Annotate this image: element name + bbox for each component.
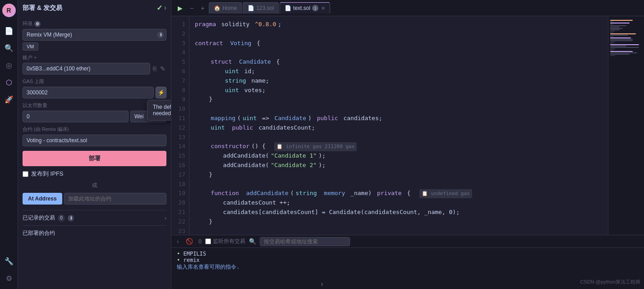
mm-line: [610, 48, 615, 49]
deployed-contracts-section: 已部署的合约: [23, 225, 166, 237]
env-info-icon[interactable]: ⚙: [34, 21, 41, 27]
tab-123sol[interactable]: 📄 123.sol: [243, 2, 279, 14]
at-address-button[interactable]: At Address: [23, 193, 62, 205]
mm-line: [610, 42, 615, 42]
mm-line: [610, 46, 626, 47]
deployed-title: 已部署的合约: [23, 229, 166, 237]
code-line-11: mapping(uint => Candidate) public candid…: [195, 114, 603, 123]
contract-select[interactable]: Voting - contracts/text.sol: [23, 135, 166, 146]
terminal-content: • EMPILIS • remix 输入库名查看可用的指令.: [171, 248, 644, 289]
run-button[interactable]: ▶: [175, 3, 185, 14]
git-nav-btn[interactable]: ◎: [2, 58, 16, 72]
copy-account-icon[interactable]: ⎘: [152, 64, 157, 73]
code-line-16: addCandidate("Candidate 2");: [195, 161, 603, 170]
mm-line: [610, 25, 626, 26]
env-info-btn[interactable]: ℹ: [157, 32, 164, 38]
search-icon: 🔍: [249, 238, 256, 245]
edit-account-icon[interactable]: ✎: [159, 64, 166, 73]
plugin-nav-btn[interactable]: ⬡: [2, 75, 16, 89]
tab-bar: 🏠 Home 📄 123.sol 📄 text.sol 1 ✕: [209, 2, 330, 14]
code-editor[interactable]: pragma solidity ^0.8.0; contract Voting …: [189, 16, 608, 235]
textsol-tab-label: text.sol: [293, 5, 310, 11]
zoom-out-button[interactable]: −: [187, 3, 196, 14]
terminal-item-empilis: EMPILIS: [183, 251, 206, 257]
app-logo: R: [2, 4, 16, 17]
env-select-wrapper: Remix VM (Merge) ℹ: [23, 29, 166, 41]
deploy-button[interactable]: 部署: [23, 151, 166, 166]
tab-close-icon[interactable]: ✕: [321, 5, 325, 11]
listen-all-txns-checkbox[interactable]: [205, 238, 211, 244]
top-toolbar: ▶ − + 🏠 Home 📄 123.sol 📄 text.sol 1 ✕: [171, 0, 644, 16]
tab-textsol[interactable]: 📄 text.sol 1 ✕: [280, 2, 330, 14]
settings-nav-btn[interactable]: ⚙: [2, 271, 16, 285]
mm-line: [610, 52, 637, 53]
account-label: 账户 +: [23, 54, 166, 61]
code-line-22: }: [195, 217, 603, 227]
code-line-1: pragma solidity ^0.8.0;: [195, 20, 603, 29]
code-line-7: string name;: [195, 76, 603, 86]
mm-line: [610, 37, 631, 38]
code-line-15: addCandidate("Candidate 1");: [195, 151, 603, 161]
mm-line: [610, 39, 633, 40]
mm-line: [610, 29, 620, 30]
gas-limit-input[interactable]: 3000002: [23, 87, 154, 98]
mm-line: [610, 50, 613, 51]
code-line-20: candidatesCount ++;: [195, 198, 603, 208]
code-line-9: }: [195, 95, 603, 104]
wrench-nav-btn[interactable]: 🔧: [2, 254, 16, 268]
deploy-nav-btn[interactable]: 🚀: [2, 92, 16, 107]
mm-line: [610, 35, 628, 36]
mm-line: [610, 40, 633, 41]
mm-line: [610, 21, 613, 22]
recorded-info-icon[interactable]: ℹ: [68, 215, 74, 221]
icon-sidebar: R 📄 🔍 ◎ ⬡ 🚀 🔧 ⚙: [0, 0, 18, 289]
home-tab-label: Home: [222, 5, 237, 11]
eth-value-input[interactable]: 0: [23, 111, 129, 122]
code-line-14: constructor() { 📋 infinite gas 211200 ga…: [195, 142, 603, 151]
code-editor-wrapper: 12345 678910 1112131415 1617181920 21222…: [171, 16, 644, 235]
editor-area: ▶ − + 🏠 Home 📄 123.sol 📄 text.sol 1 ✕ 12…: [171, 0, 644, 289]
search-nav-btn[interactable]: 🔍: [2, 41, 16, 55]
code-line-19: function addCandidate(string memory _nam…: [195, 189, 603, 198]
minimap: [608, 16, 644, 235]
or-divider: 或: [23, 182, 166, 189]
mm-line: [610, 20, 633, 21]
check-icon[interactable]: ✓: [156, 4, 162, 12]
terminal-search-input[interactable]: [260, 237, 350, 246]
bottom-chevron[interactable]: ›: [321, 280, 323, 289]
gas-info-btn[interactable]: ⚡ The default gas limit is 3M. Adjust as…: [156, 87, 166, 98]
publish-checkbox[interactable]: [23, 171, 28, 177]
terminal-item-remix: remix: [183, 257, 199, 263]
textsol-tab-icon: 📄: [285, 5, 291, 11]
mm-line: [610, 54, 630, 55]
code-line-6: uint id;: [195, 67, 603, 76]
zoom-in-button[interactable]: +: [198, 3, 207, 14]
terminal-toolbar: › 🚫 0 监听所有交易 🔍: [171, 235, 644, 248]
publish-row: 发布到 IPFS: [23, 170, 166, 178]
contract-select-row: Voting - contracts/text.sol: [23, 135, 166, 146]
home-tab-icon: 🏠: [214, 5, 221, 11]
terminal-clear-btn[interactable]: 🚫: [184, 237, 195, 246]
terminal-chevron-btn[interactable]: ›: [175, 237, 180, 246]
eth-label: 以太币数量: [23, 102, 166, 109]
code-line-10: [195, 104, 603, 114]
tab-home[interactable]: 🏠 Home: [209, 2, 242, 14]
at-address-input[interactable]: [64, 193, 166, 205]
mm-line: [610, 43, 613, 44]
files-nav-btn[interactable]: 📄: [2, 23, 16, 38]
env-select[interactable]: Remix VM (Merge): [23, 29, 166, 41]
code-line-5: struct Candidate {: [195, 57, 603, 67]
account-select[interactable]: 0x5B3...eddC4 (100 ether): [23, 63, 150, 75]
panel-title-text: 部署 & 发交易: [23, 4, 62, 12]
addcandidate-gas-badge: 📋 undefined gas: [419, 189, 472, 198]
chevron-right-icon[interactable]: ›: [164, 4, 166, 12]
mm-line: [610, 33, 636, 34]
mm-line: [610, 32, 613, 33]
mm-line: [610, 44, 639, 45]
code-line-21: candidates[candidatesCount] = Candidate(…: [195, 208, 603, 217]
terminal-prompt-line: 输入库名查看可用的指令.: [177, 263, 639, 271]
code-line-2: [195, 29, 603, 39]
recorded-chevron-icon[interactable]: ›: [165, 214, 166, 221]
gas-icon: ⚡: [158, 89, 165, 96]
terminal-pending-count: 0: [198, 238, 202, 245]
